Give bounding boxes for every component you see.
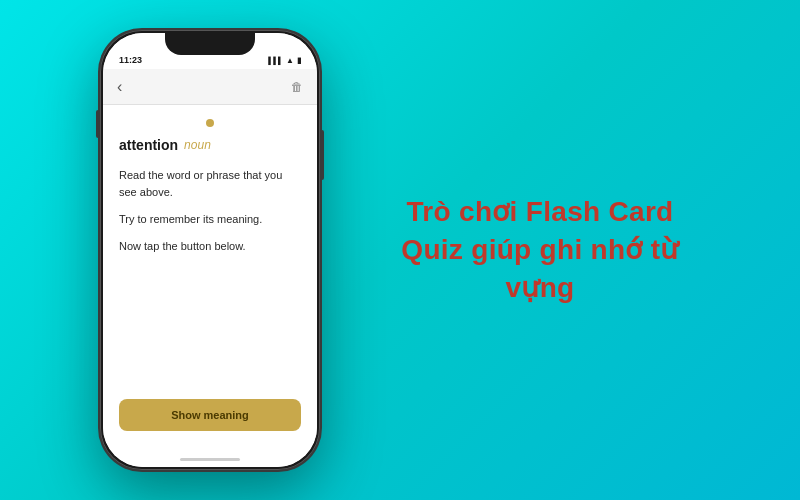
home-bar xyxy=(180,458,240,461)
word-area: attention noun xyxy=(119,137,301,153)
instruction-1: Read the word or phrase that you see abo… xyxy=(119,167,301,201)
phone-screen: 11:23 ▌▌▌ ▲ ▮ ‹ 🗑 atten xyxy=(103,33,317,467)
card-content: attention noun Read the word or phrase t… xyxy=(103,105,317,391)
wifi-icon: ▲ xyxy=(286,56,294,65)
show-meaning-button[interactable]: Show meaning xyxy=(119,399,301,431)
flashcard-word: attention xyxy=(119,137,178,153)
bottom-area: Show meaning xyxy=(103,391,317,451)
progress-dot xyxy=(206,119,214,127)
promo-title: Trò chơi Flash Card Quiz giúp ghi nhớ từ… xyxy=(380,193,700,306)
delete-button[interactable]: 🗑 xyxy=(291,80,303,94)
home-indicator xyxy=(103,451,317,467)
status-icons: ▌▌▌ ▲ ▮ xyxy=(268,56,301,65)
battery-icon: ▮ xyxy=(297,56,301,65)
instructions: Read the word or phrase that you see abo… xyxy=(119,167,301,381)
phone-mockup: 11:23 ▌▌▌ ▲ ▮ ‹ 🗑 atten xyxy=(100,30,320,470)
scene: 11:23 ▌▌▌ ▲ ▮ ‹ 🗑 atten xyxy=(0,0,800,500)
back-button[interactable]: ‹ xyxy=(117,78,122,96)
nav-bar: ‹ 🗑 xyxy=(103,69,317,105)
flashcard-word-type: noun xyxy=(184,138,211,152)
instruction-3: Now tap the button below. xyxy=(119,238,301,255)
phone-notch xyxy=(165,33,255,55)
promo-text-section: Trò chơi Flash Card Quiz giúp ghi nhớ từ… xyxy=(380,193,700,306)
signal-icon: ▌▌▌ xyxy=(268,57,283,64)
progress-dot-container xyxy=(119,119,301,127)
status-time: 11:23 xyxy=(119,55,142,65)
instruction-2: Try to remember its meaning. xyxy=(119,211,301,228)
